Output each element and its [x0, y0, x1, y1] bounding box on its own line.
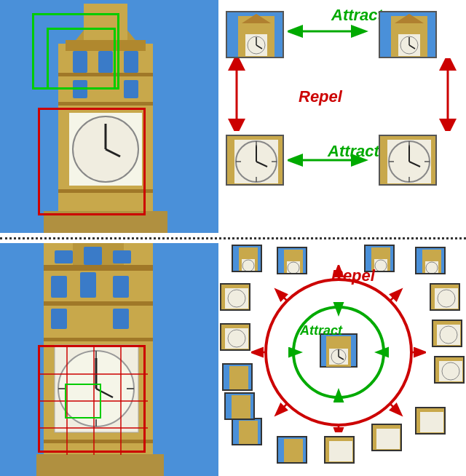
repel-arrow-right	[437, 58, 459, 131]
svg-rect-13	[124, 51, 138, 73]
thumb-top-left	[226, 11, 284, 58]
thumb-bottom-right-img	[380, 136, 437, 186]
svg-rect-56	[44, 265, 153, 271]
green-small-box	[65, 384, 101, 419]
bottom-section: Repel Attract	[0, 243, 466, 476]
svg-rect-64	[51, 276, 67, 298]
svg-rect-68	[113, 309, 129, 329]
scattered-thumb-8	[432, 320, 462, 347]
repel-label-bottom: Repel	[331, 266, 375, 285]
attract-label-top: Attract	[331, 6, 383, 25]
svg-point-111	[440, 326, 457, 344]
repel-arrow-left	[226, 58, 248, 131]
thumb-top-right	[379, 11, 437, 58]
attract-text-bottom: Attract	[328, 142, 379, 160]
top-left-image	[0, 0, 218, 233]
svg-rect-63	[113, 250, 131, 263]
top-section: Attract	[0, 0, 466, 233]
svg-line-136	[390, 290, 400, 301]
circle-attract-repel-diagram: Repel Attract	[218, 243, 466, 476]
svg-rect-61	[55, 250, 73, 263]
scattered-thumb-11	[277, 436, 307, 464]
bottom-right-diagram: Repel Attract	[218, 243, 466, 476]
repel-text: Repel	[299, 87, 342, 106]
svg-rect-62	[84, 247, 102, 265]
svg-rect-120	[329, 441, 352, 461]
attract-text-circle: Attract	[300, 323, 342, 338]
green-inner-box	[47, 28, 116, 90]
dotted-divider-line	[0, 237, 466, 239]
svg-rect-126	[229, 366, 248, 391]
svg-rect-77	[36, 454, 164, 476]
svg-point-114	[442, 362, 459, 380]
svg-rect-16	[124, 80, 138, 98]
thumb-top-right-img	[380, 12, 437, 58]
bottom-left-image	[0, 243, 218, 476]
svg-rect-67	[51, 309, 67, 329]
svg-point-108	[438, 290, 455, 307]
attract-text-top: Attract	[331, 6, 383, 24]
repel-label: Repel	[299, 87, 342, 106]
thumb-bottom-left	[226, 135, 284, 186]
svg-point-102	[228, 290, 245, 307]
scattered-thumb-5	[220, 283, 250, 311]
svg-line-135	[277, 290, 287, 301]
circle-diagram-svg	[251, 265, 426, 432]
scattered-thumb-6	[220, 323, 250, 351]
top-right-diagram: Attract	[218, 0, 466, 233]
attract-label-circle: Attract	[300, 323, 342, 338]
attract-repel-diagram: Attract	[218, 0, 466, 233]
svg-rect-58	[44, 338, 153, 341]
scattered-thumb-9	[434, 356, 465, 384]
svg-line-138	[390, 404, 400, 414]
thumb-bottom-right	[379, 135, 437, 186]
red-box-top	[38, 108, 146, 215]
repel-text-bottom: Repel	[331, 266, 375, 285]
attract-label-bottom: Attract	[328, 142, 379, 161]
svg-line-137	[277, 404, 287, 414]
svg-rect-128	[232, 395, 250, 420]
svg-rect-57	[44, 301, 153, 306]
thumb-bottom-left-img	[227, 136, 284, 186]
svg-point-99	[426, 262, 438, 274]
svg-rect-65	[80, 272, 96, 298]
scattered-thumb-12	[324, 436, 355, 464]
scattered-thumb-16	[224, 392, 255, 420]
scattered-thumb-7	[430, 283, 460, 311]
svg-rect-66	[113, 276, 129, 298]
section-divider	[0, 233, 466, 243]
svg-rect-118	[284, 439, 303, 464]
thumb-top-left-img	[227, 12, 284, 58]
svg-point-105	[228, 330, 245, 347]
svg-rect-10	[58, 102, 153, 106]
scattered-thumb-15	[222, 363, 253, 391]
